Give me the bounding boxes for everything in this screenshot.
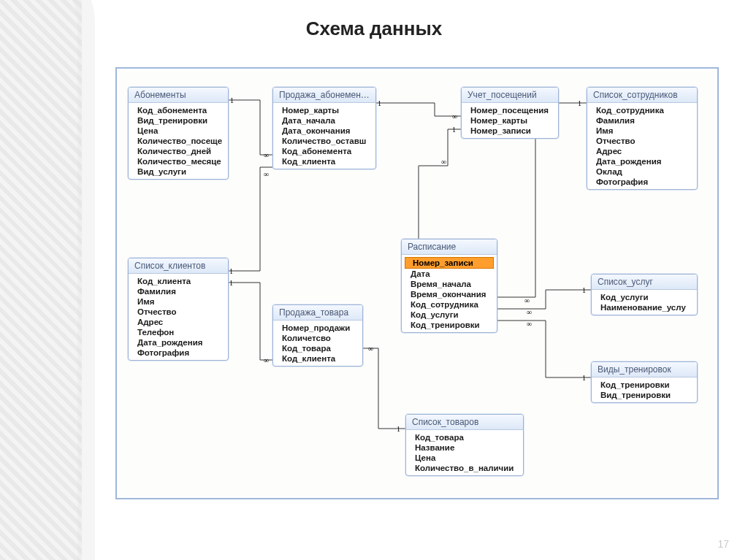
field-item[interactable]: Дата xyxy=(403,269,495,279)
cardinality-label: ∞ xyxy=(264,357,269,364)
field-item[interactable]: Количество_месяце xyxy=(130,156,226,166)
field-item[interactable]: Код_сотрудника xyxy=(403,299,495,310)
table-body: Номер_посещенияНомер_картыНомер_записи xyxy=(462,103,558,138)
field-item[interactable]: Фотография xyxy=(130,348,226,358)
cardinality-label: ∞ xyxy=(368,345,373,353)
field-item[interactable]: Код_клиента xyxy=(130,276,226,286)
table-body: Номер_продажиКоличетсвоКод_товараКод_кли… xyxy=(273,321,362,366)
table-raspisanie[interactable]: РасписаниеНомер_записиДатаВремя_началаВр… xyxy=(401,239,497,333)
field-item[interactable]: Отчество xyxy=(130,307,226,317)
table-header[interactable]: Продажа_товара xyxy=(273,305,362,321)
table-header[interactable]: Список_сотрудников xyxy=(587,88,697,103)
field-item[interactable]: Количетсво xyxy=(275,333,361,343)
table-prodazha-abon[interactable]: Продажа_абонемен…Номер_картыДата_началаД… xyxy=(272,87,376,169)
field-item[interactable]: Код_клиента xyxy=(275,156,374,166)
cardinality-label: 1 xyxy=(378,100,381,107)
table-header[interactable]: Расписание xyxy=(402,239,497,255)
table-spisok-klientov[interactable]: Список_клиентовКод_клиентаФамилияИмяОтче… xyxy=(128,258,229,361)
page-title: Схема данных xyxy=(0,18,748,40)
table-body: Код_абонементаВид_тренировкиЦенаКоличест… xyxy=(129,103,228,179)
field-item[interactable]: Код_услуги xyxy=(593,292,695,302)
field-item[interactable]: Номер_карты xyxy=(275,105,374,115)
field-item[interactable]: Адрес xyxy=(589,146,695,156)
field-item[interactable]: Дата_рождения xyxy=(130,337,226,348)
cardinality-label: 1 xyxy=(229,280,233,287)
field-item[interactable]: Количество_посеще xyxy=(130,136,226,146)
table-spisok-uslug[interactable]: Список_услугКод_услугиНаименование_услу xyxy=(591,274,698,315)
table-header[interactable]: Список_товаров xyxy=(406,415,523,430)
table-body: Код_сотрудникаФамилияИмяОтчествоАдресДат… xyxy=(587,103,697,189)
field-item[interactable]: Оклад xyxy=(589,166,695,177)
field-item[interactable]: Вид_тренировки xyxy=(130,115,226,126)
field-item[interactable]: Вид_тренировки xyxy=(593,390,695,400)
table-spisok-tovarov[interactable]: Список_товаровКод_товараНазваниеЦенаКоли… xyxy=(405,414,524,476)
cardinality-label: 1 xyxy=(397,426,400,433)
page-number: 17 xyxy=(717,538,729,550)
table-prodazha-tovara[interactable]: Продажа_товараНомер_продажиКоличетсвоКод… xyxy=(272,304,363,367)
field-item[interactable]: Фамилия xyxy=(130,286,226,296)
field-item[interactable]: Время_окончания xyxy=(403,289,495,299)
field-item[interactable]: Код_абонемента xyxy=(130,105,226,115)
field-item[interactable]: Номер_записи xyxy=(405,257,494,269)
field-item[interactable]: Наименование_услу xyxy=(593,302,695,312)
cardinality-label: 1 xyxy=(582,287,586,294)
table-body: Код_товараНазваниеЦенаКоличество_в_налич… xyxy=(406,430,523,475)
field-item[interactable]: Номер_карты xyxy=(463,115,557,126)
table-spisok-sotrudnikov[interactable]: Список_сотрудниковКод_сотрудникаФамилияИ… xyxy=(587,87,698,190)
field-item[interactable]: Цена xyxy=(408,453,522,463)
field-item[interactable]: Адрес xyxy=(130,317,226,327)
table-body: Номер_картыДата_началаДата_окончанияКоли… xyxy=(273,103,375,169)
table-header[interactable]: Абонементы xyxy=(129,88,228,103)
field-item[interactable]: Цена xyxy=(130,126,226,136)
field-item[interactable]: Фамилия xyxy=(589,115,695,126)
table-vidy-trenirovok[interactable]: Виды_тренировокКод_тренировкиВид_трениро… xyxy=(591,361,698,403)
field-item[interactable]: Код_товара xyxy=(408,432,522,442)
cardinality-label: 1 xyxy=(230,97,234,104)
field-item[interactable]: Номер_записи xyxy=(463,126,557,136)
table-header[interactable]: Учет_посещений xyxy=(462,88,558,103)
cardinality-label: ∞ xyxy=(264,171,269,178)
table-body: Код_клиентаФамилияИмяОтчествоАдресТелефо… xyxy=(129,274,228,360)
field-item[interactable]: Код_сотрудника xyxy=(589,105,695,115)
cardinality-label: 1 xyxy=(229,268,233,275)
table-abonementy[interactable]: АбонементыКод_абонементаВид_тренировкиЦе… xyxy=(128,87,229,180)
field-item[interactable]: Имя xyxy=(130,296,226,307)
cardinality-label: ∞ xyxy=(264,152,269,159)
cardinality-label: 1 xyxy=(582,375,586,382)
cardinality-label: ∞ xyxy=(527,309,532,316)
field-item[interactable]: Телефон xyxy=(130,327,226,337)
table-header[interactable]: Продажа_абонемен… xyxy=(273,88,375,103)
field-item[interactable]: Фотография xyxy=(589,177,695,187)
field-item[interactable]: Код_услуги xyxy=(403,310,495,320)
cardinality-label: ∞ xyxy=(524,297,530,304)
table-body: Код_тренировкиВид_тренировки xyxy=(592,377,697,402)
cardinality-label: 1 xyxy=(578,100,581,107)
cardinality-label: ∞ xyxy=(441,158,446,166)
table-uchet-poseshch[interactable]: Учет_посещенийНомер_посещенияНомер_карты… xyxy=(461,87,559,139)
cardinality-label: ∞ xyxy=(452,113,457,120)
field-item[interactable]: Номер_продажи xyxy=(275,323,361,333)
table-header[interactable]: Виды_тренировок xyxy=(592,362,697,377)
table-header[interactable]: Список_услуг xyxy=(592,275,697,290)
field-item[interactable]: Количество_в_наличии xyxy=(408,463,522,473)
field-item[interactable]: Количество_оставш xyxy=(275,136,374,146)
field-item[interactable]: Дата_окончания xyxy=(275,126,374,136)
table-header[interactable]: Список_клиентов xyxy=(129,258,228,274)
field-item[interactable]: Код_абонемента xyxy=(275,146,374,156)
field-item[interactable]: Имя xyxy=(589,126,695,136)
field-item[interactable]: Дата_рождения xyxy=(589,156,695,166)
field-item[interactable]: Код_тренировки xyxy=(593,380,695,390)
field-item[interactable]: Название xyxy=(408,442,522,453)
field-item[interactable]: Количество_дней xyxy=(130,146,226,156)
field-item[interactable]: Код_клиента xyxy=(275,353,361,364)
field-item[interactable]: Номер_посещения xyxy=(463,105,557,115)
field-item[interactable]: Дата_начала xyxy=(275,115,374,126)
field-item[interactable]: Отчество xyxy=(589,136,695,146)
field-item[interactable]: Вид_услуги xyxy=(130,166,226,177)
cardinality-label: ∞ xyxy=(527,321,532,328)
field-item[interactable]: Код_тренировки xyxy=(403,320,495,330)
field-item[interactable]: Время_начала xyxy=(403,279,495,289)
schema-canvas: АбонементыКод_абонементаВид_тренировкиЦе… xyxy=(115,67,719,499)
field-item[interactable]: Код_товара xyxy=(275,343,361,353)
table-body: Код_услугиНаименование_услу xyxy=(592,290,697,315)
